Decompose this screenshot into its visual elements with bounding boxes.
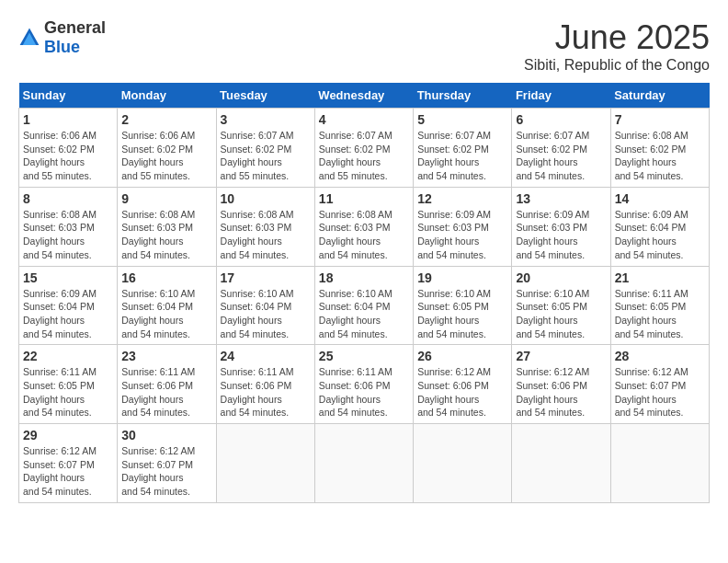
calendar-cell: 3 Sunrise: 6:07 AM Sunset: 6:02 PM Dayli… bbox=[216, 109, 314, 188]
day-number: 19 bbox=[417, 270, 507, 285]
day-number: 12 bbox=[417, 191, 507, 206]
day-number: 21 bbox=[615, 270, 705, 285]
calendar-cell: 2 Sunrise: 6:06 AM Sunset: 6:02 PM Dayli… bbox=[118, 109, 216, 188]
calendar-cell: 29 Sunrise: 6:12 AM Sunset: 6:07 PM Dayl… bbox=[19, 424, 118, 503]
location-subtitle: Sibiti, Republic of the Congo bbox=[524, 57, 710, 74]
calendar-cell bbox=[216, 424, 314, 503]
day-number: 10 bbox=[221, 191, 311, 206]
day-info: Sunrise: 6:06 AM Sunset: 6:02 PM Dayligh… bbox=[121, 129, 211, 183]
day-info: Sunrise: 6:12 AM Sunset: 6:07 PM Dayligh… bbox=[23, 444, 113, 499]
logo-general: General bbox=[44, 18, 106, 37]
day-info: Sunrise: 6:09 AM Sunset: 6:03 PM Dayligh… bbox=[516, 208, 606, 262]
day-info: Sunrise: 6:11 AM Sunset: 6:05 PM Dayligh… bbox=[23, 365, 113, 419]
calendar-cell: 15 Sunrise: 6:09 AM Sunset: 6:04 PM Dayl… bbox=[19, 266, 118, 345]
day-info: Sunrise: 6:12 AM Sunset: 6:07 PM Dayligh… bbox=[121, 444, 211, 499]
day-info: Sunrise: 6:09 AM Sunset: 6:04 PM Dayligh… bbox=[615, 208, 705, 262]
col-tuesday: Tuesday bbox=[216, 83, 314, 109]
calendar-cell: 14 Sunrise: 6:09 AM Sunset: 6:04 PM Dayl… bbox=[610, 187, 709, 266]
day-info: Sunrise: 6:08 AM Sunset: 6:03 PM Dayligh… bbox=[319, 208, 409, 262]
col-friday: Friday bbox=[512, 83, 610, 109]
day-number: 25 bbox=[319, 349, 409, 363]
day-number: 11 bbox=[319, 191, 409, 206]
day-info: Sunrise: 6:07 AM Sunset: 6:02 PM Dayligh… bbox=[319, 129, 409, 183]
day-info: Sunrise: 6:11 AM Sunset: 6:06 PM Dayligh… bbox=[221, 365, 311, 419]
day-number: 18 bbox=[319, 270, 409, 285]
calendar-cell: 30 Sunrise: 6:12 AM Sunset: 6:07 PM Dayl… bbox=[118, 424, 216, 503]
day-number: 9 bbox=[121, 191, 211, 206]
calendar-cell bbox=[314, 424, 413, 503]
day-info: Sunrise: 6:10 AM Sunset: 6:04 PM Dayligh… bbox=[121, 287, 211, 341]
col-wednesday: Wednesday bbox=[314, 83, 413, 109]
calendar-cell bbox=[414, 424, 512, 503]
day-number: 14 bbox=[615, 191, 705, 206]
day-number: 1 bbox=[23, 112, 113, 127]
calendar-cell: 23 Sunrise: 6:11 AM Sunset: 6:06 PM Dayl… bbox=[118, 345, 216, 424]
day-number: 29 bbox=[23, 428, 113, 442]
day-number: 16 bbox=[121, 270, 211, 285]
calendar-cell: 24 Sunrise: 6:11 AM Sunset: 6:06 PM Dayl… bbox=[216, 345, 314, 424]
calendar-cell bbox=[512, 424, 610, 503]
logo-text: General Blue bbox=[44, 18, 106, 57]
day-info: Sunrise: 6:08 AM Sunset: 6:03 PM Dayligh… bbox=[121, 208, 211, 262]
day-info: Sunrise: 6:07 AM Sunset: 6:02 PM Dayligh… bbox=[221, 129, 311, 183]
week-row-1: 1 Sunrise: 6:06 AM Sunset: 6:02 PM Dayli… bbox=[19, 109, 710, 188]
calendar-cell: 27 Sunrise: 6:12 AM Sunset: 6:06 PM Dayl… bbox=[512, 345, 610, 424]
day-info: Sunrise: 6:12 AM Sunset: 6:07 PM Dayligh… bbox=[615, 365, 705, 419]
calendar-cell: 7 Sunrise: 6:08 AM Sunset: 6:02 PM Dayli… bbox=[610, 109, 709, 188]
calendar-cell: 13 Sunrise: 6:09 AM Sunset: 6:03 PM Dayl… bbox=[512, 187, 610, 266]
calendar-cell: 11 Sunrise: 6:08 AM Sunset: 6:03 PM Dayl… bbox=[314, 187, 413, 266]
day-number: 4 bbox=[319, 112, 409, 127]
day-number: 5 bbox=[417, 112, 507, 127]
week-row-3: 15 Sunrise: 6:09 AM Sunset: 6:04 PM Dayl… bbox=[19, 266, 710, 345]
calendar-cell: 28 Sunrise: 6:12 AM Sunset: 6:07 PM Dayl… bbox=[610, 345, 709, 424]
calendar-cell: 6 Sunrise: 6:07 AM Sunset: 6:02 PM Dayli… bbox=[512, 109, 610, 188]
day-number: 13 bbox=[516, 191, 606, 206]
day-number: 23 bbox=[121, 349, 211, 363]
day-number: 15 bbox=[23, 270, 113, 285]
calendar-cell: 18 Sunrise: 6:10 AM Sunset: 6:04 PM Dayl… bbox=[314, 266, 413, 345]
day-info: Sunrise: 6:07 AM Sunset: 6:02 PM Dayligh… bbox=[516, 129, 606, 183]
day-info: Sunrise: 6:11 AM Sunset: 6:05 PM Dayligh… bbox=[615, 287, 705, 341]
col-thursday: Thursday bbox=[414, 83, 512, 109]
calendar-cell: 25 Sunrise: 6:11 AM Sunset: 6:06 PM Dayl… bbox=[314, 345, 413, 424]
day-number: 8 bbox=[23, 191, 113, 206]
day-number: 24 bbox=[221, 349, 311, 363]
day-number: 6 bbox=[516, 112, 606, 127]
day-number: 27 bbox=[516, 349, 606, 363]
day-number: 17 bbox=[221, 270, 311, 285]
page-header: General Blue June 2025 Sibiti, Republic … bbox=[18, 18, 710, 74]
logo-icon bbox=[18, 27, 40, 49]
day-info: Sunrise: 6:11 AM Sunset: 6:06 PM Dayligh… bbox=[319, 365, 409, 419]
day-info: Sunrise: 6:09 AM Sunset: 6:03 PM Dayligh… bbox=[417, 208, 507, 262]
day-info: Sunrise: 6:10 AM Sunset: 6:05 PM Dayligh… bbox=[417, 287, 507, 341]
calendar-cell: 20 Sunrise: 6:10 AM Sunset: 6:05 PM Dayl… bbox=[512, 266, 610, 345]
calendar-cell bbox=[610, 424, 709, 503]
day-info: Sunrise: 6:09 AM Sunset: 6:04 PM Dayligh… bbox=[23, 287, 113, 341]
day-info: Sunrise: 6:12 AM Sunset: 6:06 PM Dayligh… bbox=[417, 365, 507, 419]
month-title: June 2025 bbox=[524, 18, 710, 57]
col-monday: Monday bbox=[118, 83, 216, 109]
week-row-5: 29 Sunrise: 6:12 AM Sunset: 6:07 PM Dayl… bbox=[19, 424, 710, 503]
calendar-cell: 1 Sunrise: 6:06 AM Sunset: 6:02 PM Dayli… bbox=[19, 109, 118, 188]
calendar-cell: 16 Sunrise: 6:10 AM Sunset: 6:04 PM Dayl… bbox=[118, 266, 216, 345]
calendar-cell: 26 Sunrise: 6:12 AM Sunset: 6:06 PM Dayl… bbox=[414, 345, 512, 424]
logo: General Blue bbox=[18, 18, 106, 57]
calendar-cell: 17 Sunrise: 6:10 AM Sunset: 6:04 PM Dayl… bbox=[216, 266, 314, 345]
day-number: 26 bbox=[417, 349, 507, 363]
day-number: 7 bbox=[615, 112, 705, 127]
day-info: Sunrise: 6:10 AM Sunset: 6:04 PM Dayligh… bbox=[221, 287, 311, 341]
day-info: Sunrise: 6:06 AM Sunset: 6:02 PM Dayligh… bbox=[23, 129, 113, 183]
day-info: Sunrise: 6:10 AM Sunset: 6:04 PM Dayligh… bbox=[319, 287, 409, 341]
day-info: Sunrise: 6:08 AM Sunset: 6:02 PM Dayligh… bbox=[615, 129, 705, 183]
day-info: Sunrise: 6:11 AM Sunset: 6:06 PM Dayligh… bbox=[121, 365, 211, 419]
calendar-cell: 21 Sunrise: 6:11 AM Sunset: 6:05 PM Dayl… bbox=[610, 266, 709, 345]
day-number: 3 bbox=[221, 112, 311, 127]
day-info: Sunrise: 6:12 AM Sunset: 6:06 PM Dayligh… bbox=[516, 365, 606, 419]
day-number: 28 bbox=[615, 349, 705, 363]
col-sunday: Sunday bbox=[19, 83, 118, 109]
calendar-cell: 8 Sunrise: 6:08 AM Sunset: 6:03 PM Dayli… bbox=[19, 187, 118, 266]
calendar-cell: 9 Sunrise: 6:08 AM Sunset: 6:03 PM Dayli… bbox=[118, 187, 216, 266]
logo-blue: Blue bbox=[44, 38, 80, 56]
calendar-cell: 4 Sunrise: 6:07 AM Sunset: 6:02 PM Dayli… bbox=[314, 109, 413, 188]
week-row-4: 22 Sunrise: 6:11 AM Sunset: 6:05 PM Dayl… bbox=[19, 345, 710, 424]
